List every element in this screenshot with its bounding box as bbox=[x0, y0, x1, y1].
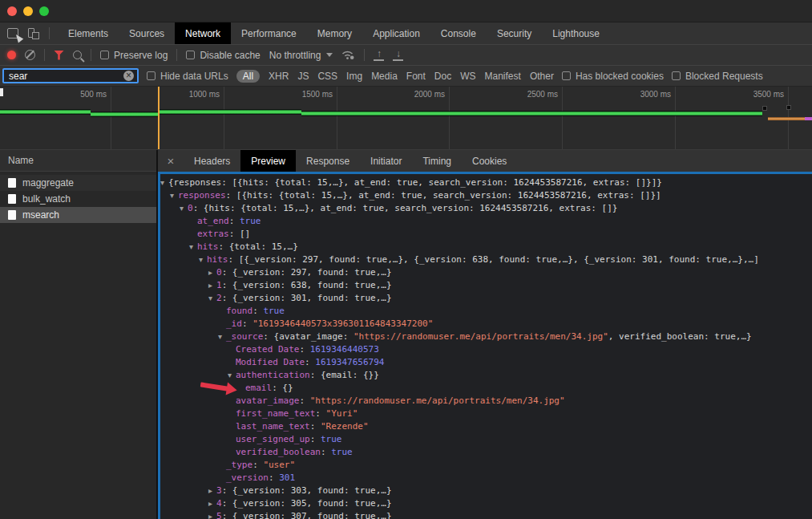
type-filter-doc[interactable]: Doc bbox=[434, 71, 451, 82]
device-toolbar-icon[interactable] bbox=[28, 28, 39, 39]
tree-row[interactable]: ▾_source: {avatar_image: "https://random… bbox=[160, 330, 812, 343]
type-filter-font[interactable]: Font bbox=[406, 71, 426, 82]
disable-cache-checkbox[interactable]: Disable cache bbox=[186, 50, 260, 61]
checkbox-icon[interactable] bbox=[100, 51, 109, 59]
tree-row[interactable]: avatar_image: "https://randomuser.me/api… bbox=[160, 395, 812, 407]
clear-filter-icon[interactable] bbox=[123, 71, 134, 81]
traffic-light-maximize-icon[interactable] bbox=[39, 6, 49, 16]
network-conditions-icon[interactable] bbox=[341, 50, 355, 60]
type-filter-js[interactable]: JS bbox=[297, 71, 309, 82]
timeline-overview[interactable]: 500 ms1000 ms1500 ms2000 ms2500 ms3000 m… bbox=[0, 87, 812, 150]
tree-row[interactable]: ▸0: {_version: 297, found: true,…} bbox=[160, 266, 812, 279]
filter-input[interactable]: sear bbox=[2, 68, 139, 83]
tree-row[interactable]: _type: "user" bbox=[160, 459, 812, 472]
tab-memory[interactable]: Memory bbox=[307, 22, 362, 44]
type-filter-ws[interactable]: WS bbox=[460, 71, 475, 82]
tree-row[interactable]: first_name_text: "Yuri" bbox=[160, 407, 812, 420]
tree-row[interactable]: extras: [] bbox=[160, 228, 812, 241]
disclosure-triangle-icon[interactable]: ▾ bbox=[180, 202, 188, 215]
tree-row[interactable]: _id: "1619346440573x396301164843347200" bbox=[160, 318, 812, 330]
detail-tab-preview[interactable]: Preview bbox=[240, 150, 296, 172]
tree-row[interactable]: user_signed_up: true bbox=[160, 433, 812, 446]
tree-row[interactable]: verified_boolean: true bbox=[160, 446, 812, 459]
tree-row[interactable]: email: {} bbox=[160, 382, 812, 395]
disclosure-triangle-icon[interactable]: ▸ bbox=[208, 266, 216, 279]
detail-tab-headers[interactable]: Headers bbox=[184, 150, 240, 172]
disclosure-triangle-icon[interactable]: ▾ bbox=[228, 369, 236, 382]
traffic-light-close-icon[interactable] bbox=[7, 6, 17, 16]
disclosure-triangle-icon[interactable]: ▸ bbox=[208, 279, 216, 292]
tree-text: 1619346440573 bbox=[310, 344, 379, 355]
disclosure-triangle-icon[interactable]: ▸ bbox=[208, 510, 216, 519]
disclosure-triangle-icon[interactable]: ▾ bbox=[170, 189, 178, 202]
traffic-light-minimize-icon[interactable] bbox=[23, 6, 33, 16]
filter-icon[interactable] bbox=[54, 51, 64, 60]
blocked-requests-checkbox[interactable]: Blocked Requests bbox=[672, 71, 763, 82]
tree-row[interactable]: ▸1: {_version: 638, found: true,…} bbox=[160, 279, 812, 292]
import-har-icon[interactable]: ↑ bbox=[374, 50, 384, 61]
tree-row[interactable]: Created Date: 1619346440573 bbox=[160, 343, 812, 356]
tree-row[interactable]: ▸4: {_version: 305, found: true,…} bbox=[160, 497, 812, 510]
checkbox-icon[interactable] bbox=[147, 71, 156, 80]
tree-row[interactable]: Modified Date: 1619347656794 bbox=[160, 356, 812, 369]
clear-icon[interactable] bbox=[25, 50, 35, 60]
tree-row[interactable]: at_end: true bbox=[160, 215, 812, 228]
request-row-msearch[interactable]: msearch bbox=[0, 207, 156, 223]
disclosure-triangle-icon[interactable]: ▾ bbox=[160, 176, 168, 189]
tree-row[interactable]: ▸5: {_version: 307, found: true,…} bbox=[160, 510, 812, 519]
record-icon[interactable] bbox=[7, 51, 16, 59]
disclosure-triangle-icon[interactable]: ▸ bbox=[208, 485, 216, 497]
tree-row[interactable]: ▾2: {_version: 301, found: true,…} bbox=[160, 292, 812, 305]
tab-lighthouse[interactable]: Lighthouse bbox=[542, 22, 610, 44]
checkbox-icon[interactable] bbox=[672, 71, 681, 80]
name-column-header[interactable]: Name bbox=[0, 150, 156, 172]
tree-row[interactable]: ▾responses: [{hits: {total: 15,…}, at_en… bbox=[160, 189, 812, 202]
detail-tab-response[interactable]: Response bbox=[296, 150, 360, 172]
type-filter-manifest[interactable]: Manifest bbox=[485, 71, 521, 82]
type-filter-css[interactable]: CSS bbox=[317, 71, 337, 82]
throttling-select[interactable]: No throttling bbox=[269, 50, 333, 61]
preserve-log-checkbox[interactable]: Preserve log bbox=[100, 50, 168, 61]
inspect-element-icon[interactable] bbox=[7, 28, 18, 39]
tab-console[interactable]: Console bbox=[430, 22, 487, 44]
disclosure-triangle-icon[interactable]: ▾ bbox=[199, 253, 207, 266]
disclosure-triangle-icon[interactable]: ▾ bbox=[189, 241, 197, 253]
hide-data-urls-checkbox[interactable]: Hide data URLs bbox=[147, 71, 228, 82]
checkbox-icon[interactable] bbox=[562, 71, 571, 80]
tree-text: true bbox=[331, 447, 353, 457]
tree-row[interactable]: ▸3: {_version: 303, found: true,…} bbox=[160, 485, 812, 497]
detail-tab-timing[interactable]: Timing bbox=[412, 150, 462, 172]
tree-row[interactable]: ▾hits: [{_version: 297, found: true,…}, … bbox=[160, 253, 812, 266]
tree-row[interactable]: last_name_text: "Rezende" bbox=[160, 420, 812, 433]
tab-elements[interactable]: Elements bbox=[58, 22, 119, 44]
tree-row[interactable]: ▾0: {hits: {total: 15,…}, at_end: true, … bbox=[160, 202, 812, 215]
type-filter-media[interactable]: Media bbox=[371, 71, 398, 82]
tree-row[interactable]: ▾hits: {total: 15,…} bbox=[160, 241, 812, 253]
tree-row[interactable]: _version: 301 bbox=[160, 472, 812, 485]
tab-network[interactable]: Network bbox=[175, 22, 231, 44]
request-row-bulk_watch[interactable]: bulk_watch bbox=[0, 191, 156, 207]
detail-tab-initiator[interactable]: Initiator bbox=[360, 150, 412, 172]
tree-row[interactable]: found: true bbox=[160, 305, 812, 318]
tab-sources[interactable]: Sources bbox=[119, 22, 175, 44]
search-icon[interactable] bbox=[73, 51, 82, 59]
type-filter-img[interactable]: Img bbox=[346, 71, 362, 82]
export-har-icon[interactable]: ↓ bbox=[393, 50, 403, 61]
disclosure-triangle-icon[interactable]: ▾ bbox=[218, 330, 226, 343]
has-blocked-cookies-checkbox[interactable]: Has blocked cookies bbox=[562, 71, 664, 82]
detail-tab-cookies[interactable]: Cookies bbox=[462, 150, 517, 172]
tab-performance[interactable]: Performance bbox=[231, 22, 307, 44]
tree-row[interactable]: ▾{responses: [{hits: {total: 15,…}, at_e… bbox=[160, 176, 812, 189]
tree-row[interactable]: ▾authentication: {email: {}} bbox=[160, 369, 812, 382]
disclosure-triangle-icon[interactable]: ▾ bbox=[208, 292, 216, 305]
type-filter-all[interactable]: All bbox=[236, 70, 260, 83]
type-filter-xhr[interactable]: XHR bbox=[269, 71, 289, 82]
tab-security[interactable]: Security bbox=[487, 22, 542, 44]
close-icon[interactable] bbox=[158, 150, 184, 172]
type-filter-other[interactable]: Other bbox=[530, 71, 554, 82]
request-row-maggregate[interactable]: maggregate bbox=[0, 175, 156, 191]
tab-application[interactable]: Application bbox=[362, 22, 430, 44]
preview-pane[interactable]: ▾{responses: [{hits: {total: 15,…}, at_e… bbox=[158, 172, 812, 519]
checkbox-icon[interactable] bbox=[186, 51, 195, 59]
disclosure-triangle-icon[interactable]: ▸ bbox=[208, 497, 216, 510]
